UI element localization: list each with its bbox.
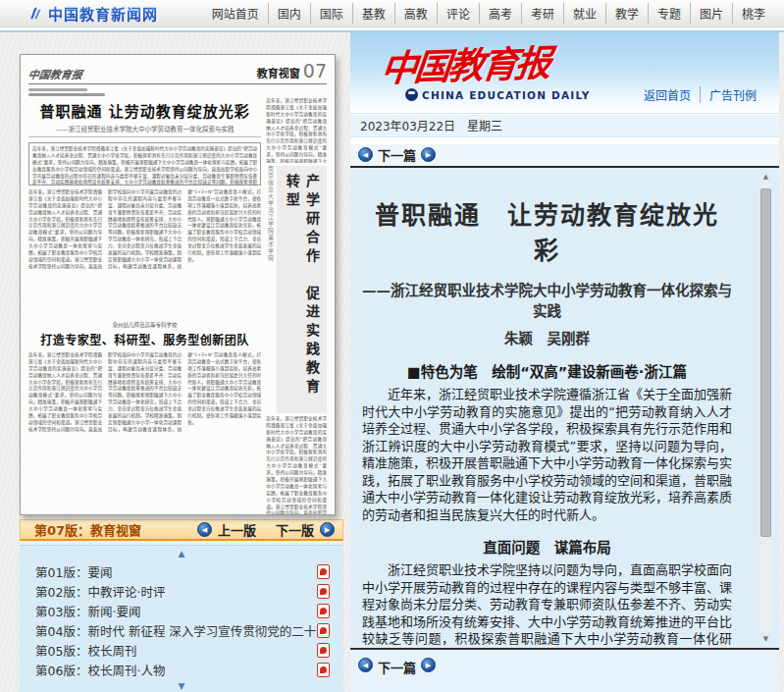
paper-main-column: 普职融通 让劳动教育绽放光彩 ——浙江经贸职业技术学院大中小学劳动教育一体化探索… <box>28 98 261 515</box>
paper-side-text-bottom: 近年来，浙江经贸职业技术学院遵循浙江省《关于全面加强新时代大中小学劳动教育的实施… <box>266 416 327 515</box>
nav-item-kaoyan[interactable]: 考研 <box>521 3 563 24</box>
article-content: 普职融通 让劳动教育绽放光彩 ——浙江经贸职业技术学院大中小学劳动教育一体化探索… <box>350 168 779 648</box>
nav-item-employment[interactable]: 就业 <box>563 3 605 24</box>
collapse-strip[interactable]: ▲ <box>20 546 343 561</box>
paper-side-text-top: 近年来，浙江经贸职业技术学院遵循浙江省《关于全面加强新时代大中小学劳动教育的实施… <box>266 98 327 163</box>
paper-text-columns: 近年来，浙江经贸职业技术学院遵循浙江省《关于全面加强新时代大中小学劳动教育的实施… <box>28 189 261 315</box>
edition-row-05[interactable]: 第05版：校长周刊 <box>20 640 343 660</box>
paper-edition-number: 07 <box>303 60 327 81</box>
expand-arrow-icon: ▼ <box>179 681 185 691</box>
paper-brand: 中国教育报 <box>27 66 83 81</box>
ced-logo-icon <box>405 88 418 101</box>
scroll-up-icon[interactable]: ▲ <box>759 173 772 181</box>
edition-bar: 第07版：教育视窗 ◀ 上一版 下一版 ▶ <box>20 519 343 541</box>
masthead: 中国教育报 CHINA EDUCATION DAILY 返回首页 广告刊例 <box>350 32 779 114</box>
top-nav-menu: 网站首页 国内 国际 基教 高教 评论 高考 考研 就业 教学 专题 图片 桃李 <box>203 3 774 24</box>
scroll-down-icon[interactable]: ▼ <box>759 635 772 643</box>
right-column: 中国教育报 CHINA EDUCATION DAILY 返回首页 广告刊例 20… <box>350 32 779 692</box>
next-article-icon-bottom[interactable]: ▶ <box>421 658 436 672</box>
article-subtitle: ——浙江经贸职业技术学院大中小学劳动教育一体化探索与实践 <box>362 279 732 320</box>
prev-edition-icon[interactable]: ◀ <box>197 522 212 537</box>
expand-strip[interactable]: ▼ <box>20 680 343 692</box>
article-body-panel: 普职融通 让劳动教育绽放光彩 ——浙江经贸职业技术学院大中小学劳动教育一体化探索… <box>350 168 779 648</box>
site-logo-icon <box>27 6 43 22</box>
article-nav-bottom: ◀ 下一篇 ▶ <box>350 648 779 692</box>
paper-edition-label: 教育视窗 <box>257 65 300 80</box>
prev-article-icon[interactable]: ◀ <box>358 147 373 162</box>
ad-rates-link[interactable]: 广告刊例 <box>700 86 765 103</box>
paper-subhead: ——浙江经贸职业技术学院大中小学劳动教育一体化探索与实践 <box>28 124 261 137</box>
paper-vertical-caption: 南京信息大学滨江学院美术学院 <box>266 166 275 313</box>
nav-item-international[interactable]: 国际 <box>310 3 352 24</box>
back-home-link[interactable]: 返回首页 <box>635 86 700 103</box>
paper-article2-kicker: 泉州幼儿师范高等专科学校 <box>28 321 261 329</box>
edition-row-04[interactable]: 第04版：新时代 新征程 深入学习宣传贯彻党的二十大精神专刊 <box>20 620 343 640</box>
nav-item-basic-edu[interactable]: 基教 <box>352 3 394 24</box>
article-authors: 朱颖 吴刚群 <box>362 327 732 347</box>
paper-edition: 教育视窗 07 <box>257 60 327 81</box>
article-paragraph-2: 浙江经贸职业技术学院坚持以问题为导向，直面高职学校面向中小学开展劳动教育的过程中… <box>362 561 732 648</box>
newspaper-page-preview[interactable]: 中国教育报 教育视窗 07 普职融通 让劳动教育绽放光彩 ——浙江经贸职业技术学… <box>20 54 336 515</box>
main-layout: 中国教育报 教育视窗 07 普职融通 让劳动教育绽放光彩 ——浙江经贸职业技术学… <box>0 32 784 692</box>
site-logo[interactable]: 中国教育新闻网 <box>27 3 158 24</box>
next-article-link-bottom[interactable]: 下一篇 <box>378 658 416 676</box>
nav-item-photos[interactable]: 图片 <box>690 3 732 24</box>
paper-body: 普职融通 让劳动教育绽放光彩 ——浙江经贸职业技术学院大中小学劳动教育一体化探索… <box>28 98 327 515</box>
nav-item-gaokao[interactable]: 高考 <box>479 3 521 24</box>
next-article-icon[interactable]: ▶ <box>421 147 436 162</box>
next-article-link-top[interactable]: 下一篇 <box>378 145 416 164</box>
nav-item-taoli[interactable]: 桃李 <box>732 3 774 24</box>
next-edition-button[interactable]: 下一版 <box>276 520 314 539</box>
site-logo-text: 中国教育新闻网 <box>48 3 158 24</box>
pdf-icon[interactable] <box>317 663 330 677</box>
paper-lead-box: 近年来，浙江经贸职业技术学院遵循浙江省《关于全面加强新时代大中小学劳动教育的实施… <box>28 142 261 186</box>
paper-header: 中国教育报 教育视窗 07 <box>28 60 327 84</box>
nav-item-higher-edu[interactable]: 高教 <box>394 3 437 24</box>
date-text: 2023年03月22日 星期三 <box>360 117 502 133</box>
next-edition-icon[interactable]: ▶ <box>320 522 335 537</box>
top-navbar: 中国教育新闻网 网站首页 国内 国际 基教 高教 评论 高考 考研 就业 教学 … <box>0 0 784 27</box>
spacer <box>350 137 779 144</box>
page: 中国教育新闻网 网站首页 国内 国际 基教 高教 评论 高考 考研 就业 教学 … <box>0 0 784 692</box>
nav-item-teaching[interactable]: 教学 <box>605 3 648 24</box>
date-bar: 2023年03月22日 星期三 <box>350 114 779 137</box>
paper-badge <box>28 88 105 96</box>
article-paragraph-1: 近年来，浙江经贸职业技术学院遵循浙江省《关于全面加强新时代大中小学劳动教育的实施… <box>362 386 732 523</box>
article-nav-top: ◀ 下一篇 ▶ <box>350 144 779 169</box>
paper-vertical-headline: 产学研合作 促进实践教育转型 <box>277 166 327 413</box>
edition-pagination: ◀ 上一版 下一版 ▶ <box>197 520 335 539</box>
paper-side-column: 近年来，浙江经贸职业技术学院遵循浙江省《关于全面加强新时代大中小学劳动教育的实施… <box>266 98 327 515</box>
paper-text-columns-2: 近年来，浙江经贸职业技术学院遵循浙江省《关于全面加强新时代大中小学劳动教育的实施… <box>28 352 261 466</box>
prev-edition-button[interactable]: 上一版 <box>218 520 256 539</box>
pdf-icon[interactable] <box>317 643 330 658</box>
edition-row-02[interactable]: 第02版：中教评论·时评 <box>20 581 343 601</box>
nav-item-domestic[interactable]: 国内 <box>268 3 310 24</box>
edition-row-01[interactable]: 第01版：要闻 <box>20 561 343 581</box>
nav-item-commentary[interactable]: 评论 <box>437 3 479 24</box>
scrollbar[interactable]: ▲ ▼ <box>759 173 772 643</box>
masthead-title: 中国教育报 <box>379 33 551 92</box>
scrollbar-thumb[interactable] <box>760 188 771 536</box>
paper-article2-headline: 打造专家型、科研型、服务型创新团队 <box>28 331 261 347</box>
masthead-links: 返回首页 广告刊例 <box>635 86 765 103</box>
paper-vertical-article: 南京信息大学滨江学院美术学院 产学研合作 促进实践教育转型 <box>266 166 327 413</box>
nav-item-home[interactable]: 网站首页 <box>203 3 268 24</box>
pdf-icon[interactable] <box>317 564 330 579</box>
article-series-heading: ■特色为笔 绘制“双高”建设新画卷·浙江篇 <box>362 360 732 381</box>
pdf-icon[interactable] <box>317 604 330 618</box>
current-edition-label: 第07版：教育视窗 <box>34 520 141 539</box>
left-column: 中国教育报 教育视窗 07 普职融通 让劳动教育绽放光彩 ——浙江经贸职业技术学… <box>0 32 336 692</box>
edition-row-03[interactable]: 第03版：新闻·要闻 <box>20 601 343 620</box>
paper-headline: 普职融通 让劳动教育绽放光彩 <box>28 100 261 121</box>
article-section-heading-1: 直面问题 谋篇布局 <box>362 536 732 557</box>
masthead-english: CHINA EDUCATION DAILY <box>405 88 590 101</box>
pdf-icon[interactable] <box>317 623 330 638</box>
collapse-arrow-icon: ▲ <box>179 549 185 559</box>
prev-article-icon-bottom[interactable]: ◀ <box>358 658 373 672</box>
article-title: 普职融通 让劳动教育绽放光彩 <box>362 195 732 266</box>
nav-item-special[interactable]: 专题 <box>648 3 690 24</box>
edition-row-06[interactable]: 第06版：校长周刊·人物 <box>20 660 343 679</box>
pdf-icon[interactable] <box>317 584 330 599</box>
edition-list-panel: ▲ 第01版：要闻 第02版：中教评论·时评 第03版：新闻·要闻 第04版：新… <box>20 545 343 692</box>
edition-list: 第01版：要闻 第02版：中教评论·时评 第03版：新闻·要闻 第04版：新时代… <box>20 561 343 680</box>
